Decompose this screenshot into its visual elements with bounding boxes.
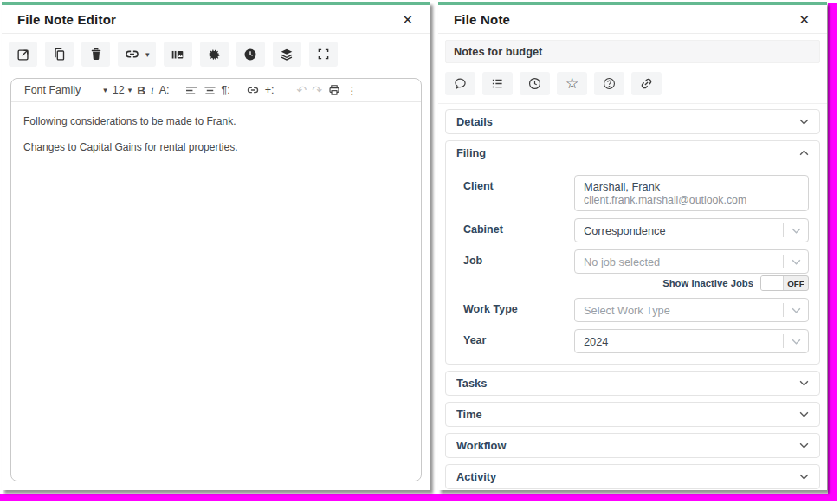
print-button[interactable] — [325, 81, 344, 99]
history-button[interactable] — [236, 42, 265, 67]
close-icon[interactable]: ✕ — [398, 11, 417, 28]
align-left-button[interactable] — [183, 83, 201, 98]
toggle-knob — [761, 276, 784, 290]
editor-paragraph: Following considerations to be made to F… — [23, 115, 409, 128]
work-type-select[interactable]: Select Work Type — [574, 298, 809, 322]
section-time-header[interactable]: Time — [446, 403, 819, 426]
editor-text-area[interactable]: Following considerations to be made to F… — [11, 102, 421, 481]
chevron-down-icon — [799, 443, 809, 449]
insert-more-button[interactable]: +: — [262, 82, 277, 98]
paragraph-format-button[interactable]: ¶: — [219, 82, 233, 98]
help-button[interactable] — [594, 72, 624, 95]
clock-icon — [527, 76, 542, 91]
font-family-select[interactable]: Font Family ▾ — [22, 82, 110, 98]
client-label: Client — [456, 175, 574, 192]
section-filing: Filing Client Marshall, Frank client.fra… — [445, 140, 820, 365]
copy-button[interactable] — [45, 42, 74, 67]
chevron-down-icon: ▾ — [145, 50, 150, 59]
filing-body: Client Marshall, Frank client.frank.mars… — [446, 165, 819, 364]
italic-button[interactable]: i — [148, 81, 157, 99]
open-in-new-button[interactable] — [9, 42, 37, 67]
client-field[interactable]: Marshall, Frank client.frank.marshall@ou… — [574, 175, 809, 211]
clock-filled-icon — [242, 47, 258, 62]
section-tasks-header[interactable]: Tasks — [446, 372, 819, 395]
cabinet-label: Cabinet — [456, 218, 574, 236]
work-type-row: Work Type Select Work Type — [456, 298, 809, 322]
align-center-icon — [204, 85, 216, 96]
checklist-icon — [490, 76, 505, 91]
editor-title: File Note Editor — [17, 12, 116, 27]
comment-icon — [453, 76, 468, 91]
settings-button[interactable] — [200, 42, 229, 67]
cabinet-row: Cabinet Correspondence — [456, 218, 809, 242]
format-toolbar: Font Family ▾ 12 ▾ B i A: — [11, 79, 421, 102]
chevron-down-icon — [799, 474, 809, 480]
file-note-title: File Note — [454, 12, 510, 27]
font-size-select[interactable]: 12 ▾ — [110, 82, 134, 98]
section-workflow-header[interactable]: Workflow — [446, 434, 819, 457]
link-dropdown-button[interactable]: ▾ — [118, 42, 156, 67]
insert-link-button[interactable] — [243, 81, 262, 99]
print-icon — [327, 83, 341, 97]
year-row: Year 2024 — [456, 329, 809, 353]
comment-button[interactable] — [445, 72, 475, 95]
work-type-label: Work Type — [456, 298, 574, 315]
file-note-editor-panel: File Note Editor ✕ — [2, 2, 430, 490]
section-tasks: Tasks — [445, 371, 820, 396]
open-in-new-icon — [16, 47, 31, 62]
align-left-icon — [185, 85, 198, 96]
section-time: Time — [445, 402, 820, 427]
accordion-sections: Details Filing Client Marshall, Frank — [438, 104, 827, 490]
section-workflow: Workflow — [445, 433, 820, 458]
bold-button[interactable]: B — [134, 82, 148, 99]
chevron-down-icon — [792, 307, 801, 313]
copy-link-button[interactable] — [631, 72, 662, 95]
text-style-button[interactable]: A: — [157, 82, 172, 98]
section-activity-header[interactable]: Activity — [446, 465, 819, 488]
section-details-header[interactable]: Details — [446, 110, 819, 133]
chevron-down-icon — [799, 380, 809, 386]
annotation-border-right — [828, 3, 837, 501]
job-row: Job No job selected — [456, 249, 809, 274]
redo-button[interactable]: ↷ — [309, 81, 325, 99]
file-note-panel: File Note ✕ Notes for budget — [438, 2, 827, 490]
client-row: Client Marshall, Frank client.frank.mars… — [456, 175, 809, 211]
favorite-button[interactable]: ☆ — [557, 72, 587, 95]
close-icon[interactable]: ✕ — [795, 11, 813, 28]
section-filing-header[interactable]: Filing — [446, 141, 819, 165]
chevron-down-icon — [792, 228, 801, 234]
chevron-down-icon — [799, 119, 809, 125]
note-subject-input[interactable]: Notes for budget — [445, 40, 820, 63]
chevron-down-icon: ▾ — [103, 86, 107, 94]
editor-main-toolbar: ▾ — [2, 34, 430, 74]
time-button[interactable] — [520, 72, 550, 95]
toggle-state: OFF — [784, 276, 808, 290]
layers-button[interactable] — [273, 42, 301, 67]
star-icon: ☆ — [565, 74, 578, 93]
cabinet-select[interactable]: Correspondence — [574, 218, 809, 242]
question-icon — [602, 76, 617, 91]
year-select[interactable]: 2024 — [574, 329, 809, 353]
more-options-button[interactable]: ⋮ — [344, 82, 360, 99]
year-label: Year — [456, 329, 574, 346]
align-center-button[interactable] — [201, 83, 219, 98]
delete-button[interactable] — [81, 42, 110, 67]
editor-paragraph: Changes to Capital Gains for rental prop… — [23, 141, 409, 154]
link-icon — [636, 73, 656, 94]
chevron-down-icon: ▾ — [128, 86, 132, 94]
columns-image-button[interactable] — [164, 42, 192, 67]
fullscreen-button[interactable] — [309, 42, 338, 67]
gear-icon — [206, 47, 222, 62]
layers-icon — [279, 47, 294, 62]
section-activity: Activity — [445, 464, 820, 489]
job-select[interactable]: No job selected — [574, 249, 809, 274]
undo-button[interactable]: ↶ — [294, 81, 310, 99]
rich-text-editor: Font Family ▾ 12 ▾ B i A: — [10, 78, 422, 481]
copy-icon — [52, 47, 68, 62]
job-label: Job — [456, 249, 574, 267]
show-inactive-jobs-label: Show Inactive Jobs — [662, 278, 753, 288]
screenshot-stage: File Note Editor ✕ — [0, 0, 840, 504]
show-inactive-jobs-toggle[interactable]: OFF — [760, 275, 809, 291]
checklist-button[interactable] — [482, 72, 513, 95]
link-icon — [124, 46, 140, 62]
